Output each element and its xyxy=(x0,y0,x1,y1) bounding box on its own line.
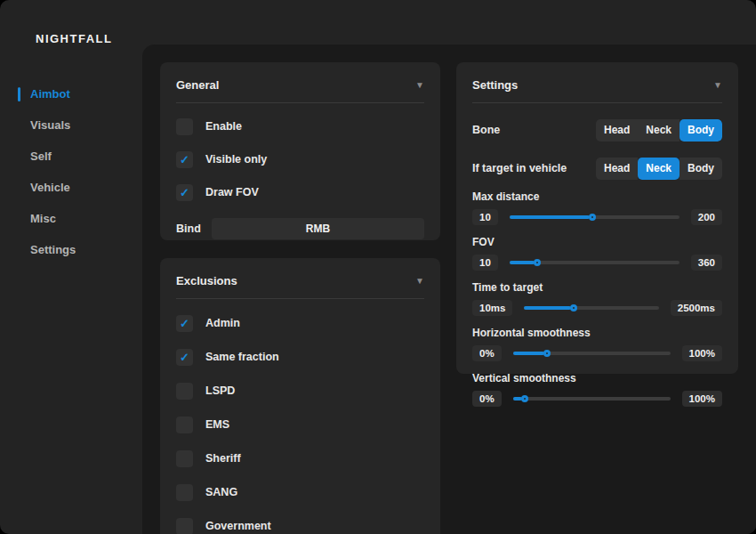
sidebar-item-label: Visuals xyxy=(30,118,70,132)
bone-option-head[interactable]: Head xyxy=(596,119,638,142)
app-title: NIGHTFALL xyxy=(36,32,112,45)
nightfall-window: NIGHTFALL Aimbot Visuals Self Vehicle Mi… xyxy=(0,0,756,534)
ems-checkbox[interactable]: ✓ xyxy=(176,417,193,433)
fov-slider[interactable] xyxy=(510,261,680,264)
bone-row: Bone Head Neck Body xyxy=(472,118,722,142)
checkbox-row-admin: ✓ Admin xyxy=(176,313,424,333)
bind-label: Bind xyxy=(176,222,212,235)
bone-segmented-control: Head Neck Body xyxy=(596,119,722,142)
time-to-target-slider-group: Time to target 10ms 2500ms xyxy=(472,281,722,316)
checkbox-label: Same fraction xyxy=(205,351,279,363)
chevron-down-icon[interactable]: ▼ xyxy=(713,80,722,90)
slider-thumb[interactable] xyxy=(521,395,528,402)
admin-checkbox[interactable]: ✓ xyxy=(176,315,193,332)
checkbox-label: Visible only xyxy=(205,153,267,166)
sidebar-item-vehicle[interactable]: Vehicle xyxy=(0,172,142,203)
checkbox-label: Enable xyxy=(205,120,242,133)
bone-label: Bone xyxy=(472,124,500,136)
vehicle-target-row: If target in vehicle Head Neck Body xyxy=(472,157,722,180)
vehicle-target-label: If target in vehicle xyxy=(472,162,567,174)
vertical-smoothness-slider-group: Vertical smoothness 0% 100% xyxy=(472,372,722,407)
bind-row: Bind RMB xyxy=(176,218,424,239)
bone-option-body[interactable]: Body xyxy=(680,119,722,142)
sidebar-item-label: Self xyxy=(30,150,52,163)
sidebar-item-self[interactable]: Self xyxy=(0,141,142,172)
slider-min-value: 10ms xyxy=(472,300,512,316)
active-indicator xyxy=(18,87,20,101)
exclusions-panel: Exclusions ▼ ✓ Admin ✓ Same fraction ✓ L… xyxy=(160,258,440,534)
checkbox-row-ems: ✓ EMS xyxy=(176,415,424,434)
slider-label: FOV xyxy=(472,236,722,248)
vehicle-target-segmented-control: Head Neck Body xyxy=(596,158,722,180)
same-fraction-checkbox[interactable]: ✓ xyxy=(176,349,193,366)
vertical-smoothness-slider[interactable] xyxy=(513,397,671,400)
checkbox-row-sheriff: ✓ Sheriff xyxy=(176,449,424,468)
sidebar-item-visuals[interactable]: Visuals xyxy=(0,109,142,141)
slider-thumb[interactable] xyxy=(534,259,541,266)
general-panel: General ▼ ✓ Enable ✓ Visible only ✓ Draw… xyxy=(160,62,440,240)
panel-title: Exclusions xyxy=(176,274,237,287)
max-distance-slider[interactable] xyxy=(510,215,680,219)
exclusions-panel-header[interactable]: Exclusions ▼ xyxy=(176,272,424,299)
slider-label: Max distance xyxy=(472,190,722,203)
sang-checkbox[interactable]: ✓ xyxy=(176,484,193,501)
slider-fill xyxy=(513,397,523,400)
slider-label: Time to target xyxy=(472,281,722,294)
panel-title: General xyxy=(176,78,219,92)
vehicle-target-option-neck[interactable]: Neck xyxy=(638,158,680,180)
horizontal-smoothness-slider-group: Horizontal smoothness 0% 100% xyxy=(472,327,722,361)
check-icon: ✓ xyxy=(180,317,189,330)
checkbox-label: SANG xyxy=(205,486,237,498)
check-icon: ✓ xyxy=(180,351,189,364)
slider-max-value: 100% xyxy=(682,345,722,361)
slider-max-value: 360 xyxy=(691,255,722,271)
slider-thumb[interactable] xyxy=(543,350,551,357)
bone-option-neck[interactable]: Neck xyxy=(638,119,680,142)
checkbox-label: EMS xyxy=(205,418,229,431)
main-content: General ▼ ✓ Enable ✓ Visible only ✓ Draw… xyxy=(142,44,756,534)
vehicle-target-option-head[interactable]: Head xyxy=(596,158,638,180)
checkbox-label: Draw FOV xyxy=(205,186,259,198)
enable-checkbox[interactable]: ✓ xyxy=(176,118,193,135)
general-panel-header[interactable]: General ▼ xyxy=(176,77,424,103)
max-distance-slider-group: Max distance 10 200 xyxy=(472,190,722,225)
bind-key-button[interactable]: RMB xyxy=(212,218,424,239)
vehicle-target-option-body[interactable]: Body xyxy=(680,158,722,180)
checkbox-label: LSPD xyxy=(205,384,235,397)
checkbox-row-sang: ✓ SANG xyxy=(176,482,424,502)
slider-fill xyxy=(513,352,544,355)
checkbox-row-same-fraction: ✓ Same fraction xyxy=(176,347,424,367)
sidebar: Aimbot Visuals Self Vehicle Misc Setting… xyxy=(0,78,142,265)
chevron-down-icon[interactable]: ▼ xyxy=(415,276,424,286)
sidebar-item-misc[interactable]: Misc xyxy=(0,203,142,234)
government-checkbox[interactable]: ✓ xyxy=(176,518,193,534)
sidebar-item-aimbot[interactable]: Aimbot xyxy=(0,78,142,109)
slider-fill xyxy=(510,215,590,219)
settings-panel-header[interactable]: Settings ▼ xyxy=(472,77,722,103)
settings-panel: Settings ▼ Bone Head Neck Body If target… xyxy=(456,62,738,374)
chevron-down-icon[interactable]: ▼ xyxy=(415,80,424,90)
slider-max-value: 100% xyxy=(682,391,722,407)
sheriff-checkbox[interactable]: ✓ xyxy=(176,450,193,467)
slider-min-value: 10 xyxy=(472,209,498,225)
slider-min-value: 0% xyxy=(472,391,502,407)
check-icon: ✓ xyxy=(180,153,189,166)
check-icon: ✓ xyxy=(180,186,189,199)
checkbox-label: Sheriff xyxy=(205,452,241,465)
sidebar-item-settings[interactable]: Settings xyxy=(0,234,142,265)
slider-fill xyxy=(510,261,535,264)
lspd-checkbox[interactable]: ✓ xyxy=(176,383,193,400)
slider-label: Horizontal smoothness xyxy=(472,327,722,339)
slider-thumb[interactable] xyxy=(589,214,596,221)
sidebar-item-label: Misc xyxy=(30,212,56,225)
time-to-target-slider[interactable] xyxy=(524,306,658,310)
checkbox-label: Government xyxy=(205,520,271,532)
sidebar-item-label: Settings xyxy=(30,243,76,256)
draw-fov-checkbox[interactable]: ✓ xyxy=(176,184,193,201)
slider-label: Vertical smoothness xyxy=(472,372,722,384)
visible-only-checkbox[interactable]: ✓ xyxy=(176,151,193,168)
fov-slider-group: FOV 10 360 xyxy=(472,236,722,271)
horizontal-smoothness-slider[interactable] xyxy=(513,352,671,355)
sidebar-item-label: Vehicle xyxy=(30,181,70,194)
slider-thumb[interactable] xyxy=(570,304,577,312)
